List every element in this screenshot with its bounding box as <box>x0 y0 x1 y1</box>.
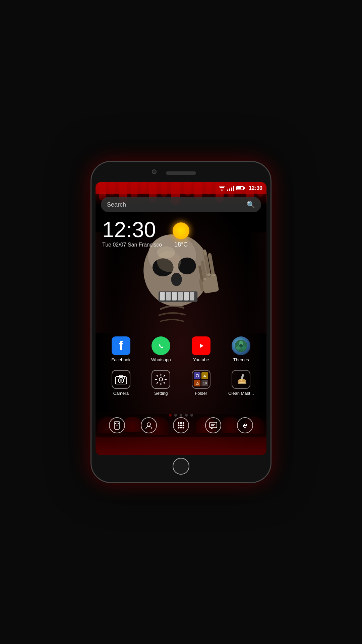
status-icons: 12:30 <box>219 185 262 191</box>
phone-screen: 12:30 Search 🔍 12:30 Tue 02/07 San Franc… <box>96 182 266 455</box>
folder-icon[interactable]: 18 <box>192 370 210 389</box>
svg-rect-45 <box>197 382 198 383</box>
volume-down-button[interactable] <box>90 256 92 269</box>
dock-apps[interactable] <box>171 417 191 433</box>
settings-label: Setting <box>154 391 168 396</box>
signal-icon <box>227 185 234 191</box>
clock-date: Tue 02/07 San Francisco <box>102 242 162 248</box>
svg-point-57 <box>178 427 179 429</box>
svg-point-51 <box>178 422 179 424</box>
weather-widget: 18°C <box>173 222 189 248</box>
dock-phone-icon[interactable] <box>109 417 125 433</box>
dock-browser-icon[interactable]: e <box>237 417 253 433</box>
app-folder[interactable]: 18 Folder <box>188 370 215 396</box>
svg-rect-14 <box>190 292 194 301</box>
front-camera <box>152 169 157 174</box>
app-row-2: Camera Setting <box>96 370 266 396</box>
battery-icon <box>236 186 245 190</box>
youtube-icon[interactable] <box>192 336 210 355</box>
themes-icon[interactable] <box>232 336 250 355</box>
wifi-icon <box>219 186 225 191</box>
svg-rect-13 <box>184 292 189 301</box>
search-placeholder: Search <box>107 201 247 208</box>
search-icon[interactable]: 🔍 <box>247 201 255 209</box>
clock-time: 12:30 <box>102 219 162 240</box>
home-button[interactable] <box>173 458 189 475</box>
status-time: 12:30 <box>249 185 262 191</box>
svg-rect-12 <box>178 292 183 301</box>
svg-point-56 <box>182 425 184 426</box>
search-bar[interactable]: Search 🔍 <box>101 197 261 212</box>
svg-point-35 <box>239 344 243 347</box>
svg-rect-9 <box>160 292 165 301</box>
phone-speaker <box>166 171 196 175</box>
cleanmaster-label: Clean Mast... <box>228 391 254 396</box>
themes-label: Themes <box>233 357 249 362</box>
sun-icon <box>173 222 189 239</box>
dock-phone[interactable] <box>107 417 127 433</box>
status-bar: 12:30 <box>96 182 266 194</box>
app-camera[interactable]: Camera <box>108 370 134 396</box>
svg-point-41 <box>159 378 163 381</box>
svg-point-27 <box>156 341 166 351</box>
dock-contacts[interactable] <box>139 417 159 433</box>
svg-point-40 <box>124 377 125 379</box>
dock-apps-icon[interactable] <box>173 417 189 433</box>
svg-point-55 <box>180 425 182 426</box>
facebook-label: Facebook <box>111 357 130 362</box>
dock-messages-icon[interactable] <box>205 417 221 433</box>
svg-rect-10 <box>166 292 171 301</box>
clock-widget: 12:30 Tue 02/07 San Francisco <box>102 219 162 248</box>
svg-point-54 <box>178 425 179 426</box>
settings-icon[interactable] <box>152 370 170 389</box>
facebook-icon[interactable]: f <box>112 336 130 355</box>
svg-point-38 <box>120 379 122 382</box>
svg-marker-43 <box>203 375 206 377</box>
svg-point-52 <box>180 422 182 424</box>
dock: e <box>96 414 266 437</box>
app-whatsapp[interactable]: Whatsapp <box>147 336 174 362</box>
whatsapp-icon[interactable] <box>152 336 170 355</box>
svg-point-7 <box>171 273 182 286</box>
app-cleanmaster[interactable]: Clean Mast... <box>228 370 254 396</box>
app-settings[interactable]: Setting <box>147 370 174 396</box>
temperature: 18°C <box>174 241 188 248</box>
svg-point-50 <box>147 423 150 426</box>
dock-browser[interactable]: e <box>235 417 255 433</box>
power-button[interactable] <box>270 246 272 266</box>
app-themes[interactable]: Themes <box>228 336 254 362</box>
svg-point-53 <box>182 422 184 424</box>
app-row-1: f Facebook Whatsapp Youtube <box>96 336 266 362</box>
svg-rect-11 <box>172 292 177 301</box>
svg-rect-60 <box>209 422 217 428</box>
svg-point-42 <box>196 374 199 377</box>
app-facebook[interactable]: f Facebook <box>108 336 134 362</box>
svg-point-58 <box>180 427 182 429</box>
whatsapp-label: Whatsapp <box>151 357 171 362</box>
youtube-label: Youtube <box>193 357 209 362</box>
camera-label: Camera <box>113 391 129 396</box>
folder-label: Folder <box>195 391 207 396</box>
app-youtube[interactable]: Youtube <box>188 336 215 362</box>
camera-icon[interactable] <box>112 370 130 389</box>
phone-frame: 12:30 Search 🔍 12:30 Tue 02/07 San Franc… <box>90 161 272 483</box>
dock-contacts-icon[interactable] <box>141 417 157 433</box>
dock-messages[interactable] <box>203 417 223 433</box>
volume-up-button[interactable] <box>90 236 92 249</box>
svg-rect-48 <box>238 382 246 384</box>
right-shadow <box>246 232 266 333</box>
svg-point-49 <box>116 425 117 426</box>
svg-point-59 <box>182 427 184 429</box>
cleanmaster-icon[interactable] <box>232 370 250 389</box>
